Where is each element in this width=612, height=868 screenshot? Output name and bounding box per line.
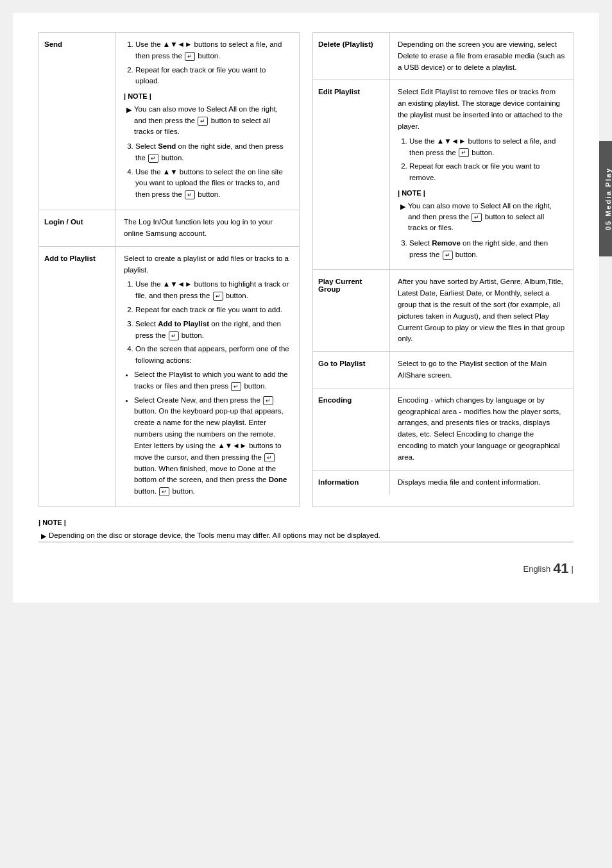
login-label: Login / Out	[39, 210, 116, 246]
note-arrow-icon: ▶	[400, 201, 405, 234]
side-tab-label: 05 Media Play	[604, 167, 612, 230]
left-table: Send Use the ▲▼◄► buttons to select a fi…	[38, 32, 300, 507]
information-content: Displays media file and content informat…	[390, 471, 573, 495]
enter-button-icon	[231, 382, 241, 391]
footer-divider	[38, 542, 574, 542]
enter-button-icon	[159, 487, 169, 496]
information-label: Information	[313, 471, 390, 495]
enter-button-icon	[459, 148, 469, 157]
enter-button-icon	[264, 453, 275, 462]
goto-playlist-content: Select to go to the Playlist section of …	[390, 352, 573, 388]
send-note-item: ▶ You can also move to Select All on the…	[126, 104, 291, 137]
edit-step2: Repeat for each track or file you want t…	[409, 162, 540, 181]
edit-intro-text: Select Edit Playlist to remove files or …	[398, 87, 565, 132]
bottom-note-text: Depending on the disc or storage device,…	[49, 530, 380, 542]
send-label: Send	[39, 33, 116, 210]
add-step4-intro: On the screen that appears, perform one …	[135, 345, 289, 364]
edit-playlist-label: Edit Playlist	[313, 80, 390, 269]
login-text: The Log In/Out function lets you log in …	[124, 218, 273, 237]
page: 05 Media Play Send Use the ▲▼◄► buttons …	[13, 13, 599, 603]
delete-text: Depending on the screen you are viewing,…	[398, 40, 565, 71]
bottom-note: | NOTE | ▶ Depending on the disc or stor…	[38, 517, 574, 542]
enter-button-icon	[169, 331, 179, 340]
edit-note-text: You can also move to Select All on the r…	[408, 201, 565, 234]
table-row: Delete (Playlist) Depending on the scree…	[313, 33, 573, 80]
goto-playlist-text: Select to go to the Playlist section of …	[398, 360, 547, 379]
bottom-note-header: | NOTE |	[38, 517, 574, 528]
play-current-label: Play Current Group	[313, 270, 390, 351]
encoding-content: Encoding - which changes by language or …	[390, 388, 573, 470]
goto-playlist-label: Go to Playlist	[313, 352, 390, 388]
enter-button-icon	[213, 292, 223, 301]
edit-note-item: ▶ You can also move to Select All on the…	[400, 201, 565, 234]
table-row: Go to Playlist Select to go to the Playl…	[313, 352, 573, 388]
add-playlist-content: Select to create a playlist or add files…	[116, 247, 299, 506]
enter-button-icon	[185, 52, 195, 61]
encoding-label: Encoding	[313, 388, 390, 470]
footer-lang: English	[523, 564, 550, 574]
table-row: Login / Out The Log In/Out function lets…	[39, 210, 299, 247]
delete-label: Delete (Playlist)	[313, 33, 390, 79]
note-arrow-icon: ▶	[126, 104, 132, 137]
add-intro-text: Select to create a playlist or add files…	[124, 253, 291, 276]
enter-button-icon	[198, 117, 208, 126]
main-content: Send Use the ▲▼◄► buttons to select a fi…	[38, 32, 574, 507]
play-current-text: After you have sorted by Artist, Genre, …	[398, 278, 565, 342]
side-tab: 05 Media Play	[599, 141, 612, 256]
table-row: Add to Playlist Select to create a playl…	[39, 247, 299, 506]
enter-button-icon	[148, 154, 158, 163]
edit-playlist-content: Select Edit Playlist to remove files or …	[390, 80, 573, 269]
send-step2-text: Repeat for each track or file you want t…	[135, 66, 266, 85]
add-step2: Repeat for each track or file you want t…	[135, 306, 282, 313]
bottom-note-item: ▶ Depending on the disc or storage devic…	[41, 530, 574, 542]
play-current-content: After you have sorted by Artist, Genre, …	[390, 270, 573, 351]
send-note-text: You can also move to Select All on the r…	[134, 104, 291, 137]
table-row: Edit Playlist Select Edit Playlist to re…	[313, 80, 573, 270]
enter-button-icon	[185, 190, 195, 199]
edit-note-header: | NOTE |	[398, 188, 565, 199]
send-step4-text: Use the ▲▼ buttons to select the on line…	[135, 168, 283, 199]
footer-page: 41	[553, 560, 568, 577]
delete-content: Depending on the screen you are viewing,…	[390, 33, 573, 79]
login-content: The Log In/Out function lets you log in …	[116, 210, 299, 246]
enter-button-icon	[263, 396, 273, 405]
table-row: Information Displays media file and cont…	[313, 471, 573, 495]
add-playlist-label: Add to Playlist	[39, 247, 116, 506]
enter-button-icon	[443, 251, 453, 260]
send-note-header: | NOTE |	[124, 91, 291, 102]
footer-pipe: |	[572, 564, 574, 574]
footer: English 41 |	[38, 555, 574, 577]
enter-button-icon	[472, 213, 482, 222]
note-arrow-icon: ▶	[41, 531, 46, 542]
encoding-text: Encoding - which changes by language or …	[398, 396, 561, 461]
send-note-block: | NOTE | ▶ You can also move to Select A…	[124, 91, 291, 137]
table-row: Send Use the ▲▼◄► buttons to select a fi…	[39, 33, 299, 210]
edit-note-block: | NOTE | ▶ You can also move to Select A…	[398, 188, 565, 234]
send-content: Use the ▲▼◄► buttons to select a file, a…	[116, 33, 299, 210]
right-table: Delete (Playlist) Depending on the scree…	[312, 32, 574, 507]
table-row: Encoding Encoding - which changes by lan…	[313, 388, 573, 471]
table-row: Play Current Group After you have sorted…	[313, 270, 573, 352]
information-text: Displays media file and content informat…	[398, 478, 540, 486]
